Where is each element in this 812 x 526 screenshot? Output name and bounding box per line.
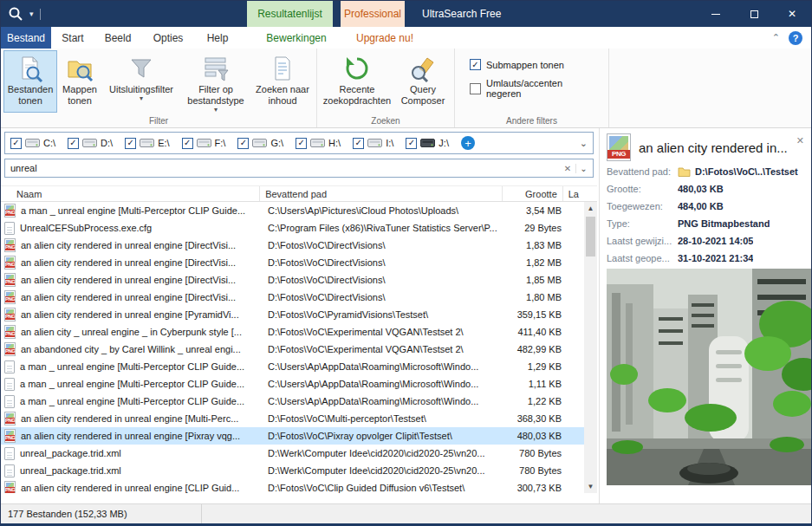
- scroll-down-icon[interactable]: ▼: [584, 480, 597, 493]
- file-path: D:\Fotos\VoC\Clip Guided Diffusion v6\Te…: [263, 483, 508, 493]
- table-row[interactable]: PNGan abandoned city _ by Carel Willink …: [1, 341, 584, 358]
- close-button[interactable]: ✕: [773, 1, 811, 27]
- scroll-up-icon[interactable]: ▲: [584, 202, 597, 215]
- drive-item[interactable]: ✓J:\: [406, 138, 449, 149]
- png-label: PNG: [607, 150, 630, 159]
- drive-label: J:\: [438, 138, 449, 148]
- png-file-icon: PNG: [4, 429, 16, 443]
- table-row[interactable]: PNGan alien city rendered in unreal engi…: [1, 410, 584, 427]
- file-name: an alien city rendered in unreal engine …: [21, 413, 238, 424]
- checkbox-unchecked[interactable]: [470, 83, 481, 94]
- table-row[interactable]: a man _ unreal engine [Multi-Perceptor C…: [1, 393, 584, 410]
- checkbox-checked[interactable]: ✓: [470, 59, 481, 70]
- query-composer-button[interactable]: Query Composer: [394, 50, 451, 113]
- group-label-zoeken: Zoeken: [317, 116, 454, 126]
- table-row[interactable]: unreal_package.trid.xmlD:\Werk\Computer …: [1, 462, 584, 479]
- drive-checkbox[interactable]: ✓: [406, 138, 417, 149]
- drive-item[interactable]: ✓G:\: [237, 138, 283, 149]
- file-icon: [4, 464, 15, 477]
- drive-checkbox[interactable]: ✓: [10, 138, 22, 149]
- file-icon: [4, 395, 15, 408]
- bestanden-tonen-button[interactable]: Bestanden tonen: [3, 50, 57, 113]
- umlauts-negeren-checkbox-row[interactable]: Umlauts/accenten negeren: [470, 78, 597, 99]
- table-scrollbar[interactable]: ▲ ▼: [584, 202, 597, 493]
- help-button[interactable]: ?: [789, 31, 802, 45]
- ribbon-group-andere-filters: ✓ Submappen tonen Umlauts/accenten neger…: [455, 49, 609, 127]
- qat-dropdown-icon[interactable]: ▾: [29, 10, 34, 18]
- submappen-tonen-checkbox-row[interactable]: ✓ Submappen tonen: [470, 59, 597, 70]
- context-tab-resultatenlijst[interactable]: Resultatenlijst: [247, 1, 333, 27]
- table-row[interactable]: PNGa man _ unreal engine [Multi-Percepto…: [1, 202, 584, 219]
- file-name: unreal_package.trid.xml: [20, 465, 121, 476]
- drive-dropdown-chevron-icon[interactable]: ⌄: [580, 138, 588, 149]
- button-label: Zoeken naar inhoud: [252, 84, 313, 107]
- minimize-button[interactable]: [697, 1, 735, 27]
- recente-zoekopdrachten-button[interactable]: Recente zoekopdrachten: [320, 50, 394, 113]
- tab-start[interactable]: Start: [51, 27, 94, 49]
- collapse-ribbon-icon[interactable]: ⌃: [772, 32, 780, 43]
- table-row[interactable]: a man _ unreal engine [Multi-Perceptor C…: [1, 375, 584, 393]
- search-input[interactable]: [10, 163, 560, 173]
- drive-item[interactable]: ✓C:\: [10, 138, 55, 149]
- tab-beeld[interactable]: Beeld: [94, 27, 141, 49]
- file-name: UnrealCEFSubProcess.exe.cfg: [20, 223, 152, 233]
- table-row[interactable]: PNGan alien city rendered in unreal engi…: [1, 479, 584, 493]
- tab-upgrade-nu[interactable]: Upgrade nu!: [351, 27, 419, 49]
- column-header-laatst[interactable]: La: [563, 186, 584, 201]
- column-header-naam[interactable]: Naam: [1, 186, 260, 201]
- drive-item[interactable]: ✓E:\: [125, 138, 169, 149]
- table-row[interactable]: unreal_package.trid.xmlD:\Werk\Computer …: [1, 445, 584, 462]
- table-row[interactable]: PNGan alien city rendered in unreal engi…: [1, 427, 584, 445]
- table-row[interactable]: PNGan alien city rendered in unreal engi…: [1, 306, 584, 323]
- window-title: UltraSearch Free: [422, 1, 501, 27]
- field-label: Type:: [607, 218, 678, 229]
- drive-item[interactable]: ✓H:\: [296, 138, 341, 149]
- drive-list: ✓C:\✓D:\✓E:\✓F:\✓G:\✓H:\✓I:\✓J:\: [10, 138, 461, 149]
- drive-label: D:\: [101, 138, 113, 148]
- file-size: 300,73 KB: [508, 483, 568, 493]
- table-row[interactable]: PNGan alien city rendered in unreal engi…: [1, 271, 584, 289]
- drive-item[interactable]: ✓D:\: [68, 138, 113, 149]
- drive-checkbox[interactable]: ✓: [125, 138, 136, 149]
- field-label: Toegewezen:: [607, 201, 678, 211]
- file-path: D:\Fotos\VoC\DirectVisions\: [263, 240, 508, 250]
- table-row[interactable]: PNGan alien city _ unreal engine _ in Cy…: [1, 323, 584, 341]
- filter-op-bestandstype-button[interactable]: Filter op bestandstype▾: [180, 50, 251, 113]
- folder-icon: [678, 166, 691, 177]
- maximize-button[interactable]: [735, 1, 773, 27]
- drive-item[interactable]: ✓I:\: [353, 138, 393, 149]
- file-path: D:\Werk\Computer Idee\cid2020\cid2020-25…: [263, 448, 508, 458]
- group-label-andere-filters: Andere filters: [455, 116, 608, 126]
- uitsluitingsfilter-button[interactable]: Uitsluitingsfilter▾: [102, 50, 180, 113]
- tab-bestand[interactable]: Bestand: [1, 27, 51, 49]
- table-row[interactable]: PNGan alien city rendered in unreal engi…: [1, 237, 584, 254]
- drive-checkbox[interactable]: ✓: [68, 138, 79, 149]
- drive-checkbox[interactable]: ✓: [296, 138, 307, 149]
- tab-help[interactable]: Help: [195, 27, 240, 49]
- search-dropdown-chevron-icon[interactable]: ⌄: [575, 164, 591, 173]
- column-header-bevattend-pad[interactable]: Bevattend pad: [260, 186, 503, 201]
- preview-panel: PNG an alien city rendered in... ✕ Bevat…: [599, 128, 811, 503]
- drive-item[interactable]: ✓F:\: [182, 138, 226, 149]
- file-name: an alien city rendered in unreal engine …: [21, 309, 239, 320]
- table-row[interactable]: UnrealCEFSubProcess.exe.cfgC:\Program Fi…: [1, 219, 584, 237]
- drive-checkbox[interactable]: ✓: [237, 138, 249, 149]
- app-logo-magnifier-icon[interactable]: [8, 6, 23, 22]
- drive-checkbox[interactable]: ✓: [182, 138, 193, 149]
- preview-close-icon[interactable]: ✕: [796, 135, 804, 146]
- ribbon-group-zoeken: Recente zoekopdrachten Query Composer Zo…: [317, 49, 455, 127]
- scrollbar-thumb[interactable]: [586, 217, 595, 257]
- file-size: 1,83 MB: [508, 240, 568, 250]
- column-header-grootte[interactable]: Grootte: [503, 186, 562, 201]
- zoeken-naar-inhoud-button[interactable]: Zoeken naar inhoud: [251, 50, 314, 113]
- context-tab-professional[interactable]: Professional: [341, 1, 405, 27]
- clear-search-icon[interactable]: ✕: [560, 164, 575, 173]
- add-drive-button[interactable]: +: [461, 136, 475, 150]
- table-row[interactable]: PNGan alien city rendered in unreal engi…: [1, 289, 584, 306]
- tab-opties[interactable]: Opties: [141, 27, 195, 49]
- drive-checkbox[interactable]: ✓: [353, 138, 364, 149]
- table-row[interactable]: a man _ unreal engine [Multi-Perceptor C…: [1, 358, 584, 375]
- tab-bewerkingen[interactable]: Bewerkingen: [261, 27, 332, 49]
- mappen-tonen-button[interactable]: Mappen tonen: [57, 50, 102, 113]
- table-row[interactable]: PNGan alien city rendered in unreal engi…: [1, 254, 584, 271]
